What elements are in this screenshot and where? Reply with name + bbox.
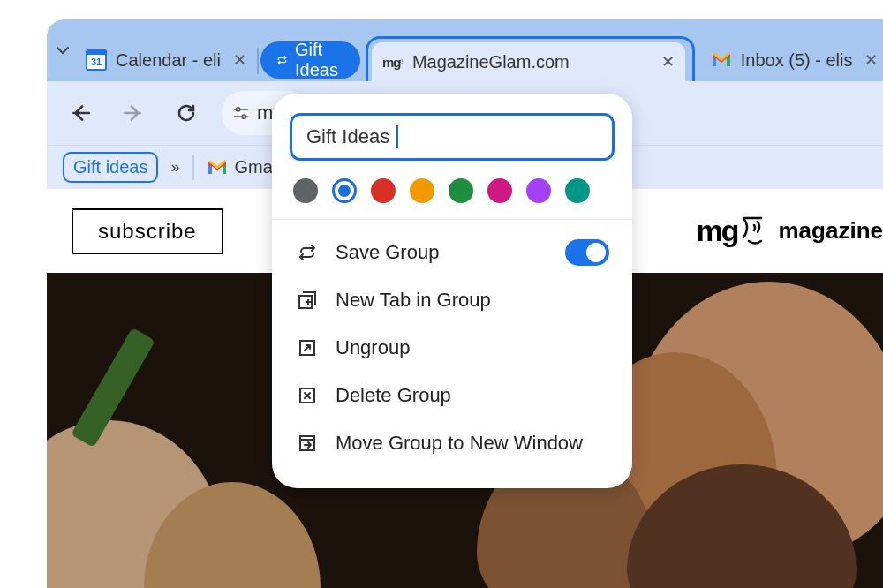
text-cursor — [396, 125, 398, 148]
menu-move-window[interactable]: Move Group to New Window — [290, 419, 615, 467]
menu-label: Delete Group — [336, 384, 451, 407]
close-icon[interactable]: ✕ — [661, 52, 675, 72]
back-button[interactable] — [63, 95, 98, 131]
menu-new-tab[interactable]: New Tab in Group — [290, 276, 615, 324]
menu-label: New Tab in Group — [336, 289, 491, 312]
sync-icon — [276, 51, 288, 69]
menu-ungroup[interactable]: Ungroup — [290, 324, 615, 372]
brand-logo: mg — [697, 214, 765, 248]
menu-label: Move Group to New Window — [336, 432, 583, 455]
color-pink[interactable] — [487, 178, 512, 203]
tune-icon[interactable] — [232, 104, 250, 122]
reload-button[interactable] — [169, 95, 204, 131]
menu-label: Ungroup — [336, 336, 410, 359]
color-teal[interactable] — [565, 178, 590, 203]
color-red[interactable] — [371, 178, 396, 203]
menu-delete-group[interactable]: Delete Group — [290, 372, 615, 419]
color-grey[interactable] — [293, 178, 318, 203]
website-favicon: mg — [382, 51, 404, 72]
sync-icon — [295, 240, 320, 265]
group-name-input[interactable]: Gift Ideas — [290, 113, 615, 161]
close-icon[interactable]: ✕ — [864, 50, 878, 70]
tab-group-chip[interactable]: Gift Ideas — [260, 41, 360, 79]
gmail-icon — [207, 160, 228, 176]
svg-rect-5 — [300, 436, 314, 450]
ungroup-icon — [295, 335, 320, 360]
group-label: Gift Ideas — [295, 40, 344, 80]
menu-save-group[interactable]: Save Group — [290, 229, 615, 276]
brand: mg magazine — [697, 214, 884, 248]
delete-icon — [295, 383, 320, 408]
browser-window: 31 Calendar - eli ✕ Gift Ideas mg Magazi… — [0, 0, 883, 588]
input-value: Gift Ideas — [306, 125, 389, 148]
forward-button[interactable] — [116, 95, 151, 131]
tab-strip: 31 Calendar - eli ✕ Gift Ideas mg Magazi… — [47, 19, 883, 81]
new-tab-icon — [295, 288, 320, 313]
divider — [192, 155, 194, 180]
subscribe-button[interactable]: subscribe — [72, 208, 223, 254]
tab-group-wrapper: mg MagazineGlam.com ✕ — [366, 36, 695, 81]
svg-point-1 — [242, 115, 245, 118]
chevrons-icon[interactable]: » — [170, 158, 179, 177]
move-window-icon — [295, 431, 320, 456]
gmail-icon — [711, 49, 732, 71]
tab-search-button[interactable] — [56, 34, 70, 67]
bookmark-gmail[interactable]: Gmail — [207, 157, 281, 177]
calendar-icon: 31 — [86, 49, 107, 71]
svg-point-0 — [237, 108, 240, 111]
close-icon[interactable]: ✕ — [233, 50, 246, 70]
menu-label: Save Group — [336, 241, 439, 264]
bookmark-group[interactable]: Gift ideas — [63, 152, 158, 183]
tab-inbox[interactable]: Inbox (5) - elis ✕ — [700, 39, 883, 81]
tab-label: Calendar - eli — [116, 50, 221, 71]
tab-calendar[interactable]: 31 Calendar - eli ✕ — [75, 39, 257, 81]
tab-label: MagazineGlam.com — [412, 52, 570, 72]
tab-magazineglam[interactable]: mg MagazineGlam.com ✕ — [372, 42, 685, 81]
group-context-menu: Gift Ideas Save Group New Tab in Group U… — [272, 94, 632, 488]
tab-label: Inbox (5) - elis — [741, 50, 853, 71]
brand-text: magazine — [779, 217, 884, 245]
divider — [272, 219, 632, 220]
color-purple[interactable] — [526, 178, 551, 203]
color-orange[interactable] — [410, 178, 434, 203]
toggle-switch[interactable] — [565, 239, 609, 266]
color-blue[interactable] — [332, 178, 357, 203]
color-picker — [293, 178, 611, 203]
color-green[interactable] — [449, 178, 473, 203]
